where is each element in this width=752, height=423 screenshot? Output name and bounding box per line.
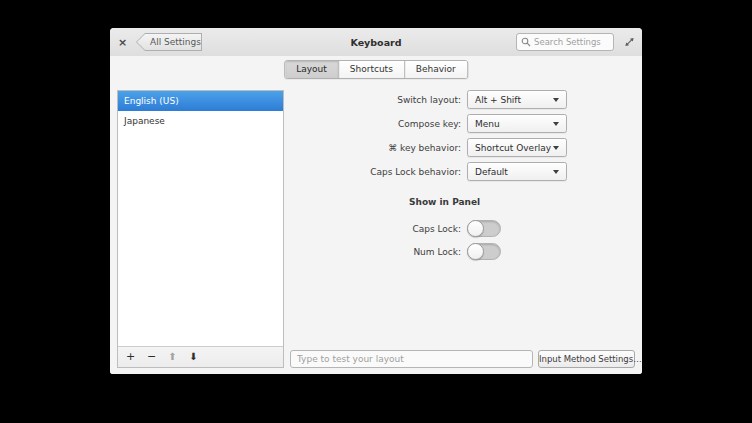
switch-layout-label: Switch layout:: [293, 95, 461, 105]
headerbar: × All Settings Keyboard: [110, 28, 642, 57]
list-item-japanese[interactable]: Japanese: [118, 111, 283, 131]
list-toolbar: + − ⬆ ⬇: [118, 346, 283, 367]
move-down-button[interactable]: ⬇: [183, 348, 204, 366]
chevron-down-icon: [553, 98, 559, 102]
input-method-settings-button[interactable]: Input Method Settings…: [538, 350, 635, 368]
switch-layout-value: Alt + Shift: [475, 95, 521, 105]
toggle-knob: [467, 220, 484, 237]
num-lock-toggle[interactable]: [467, 243, 501, 260]
close-icon[interactable]: ×: [118, 37, 127, 48]
test-layout-input-container[interactable]: [290, 350, 533, 368]
chevron-down-icon: [553, 170, 559, 174]
caps-lock-toggle-row: Caps Lock:: [293, 219, 633, 238]
cmd-key-behavior-value: Shortcut Overlay: [475, 143, 551, 153]
search-input-container[interactable]: [516, 33, 614, 51]
tab-layout[interactable]: Layout: [285, 61, 338, 78]
setting-row-cmd-key-behavior: ⌘ key behavior: Shortcut Overlay: [293, 138, 633, 157]
cmd-key-behavior-label: ⌘ key behavior:: [293, 143, 461, 153]
tab-shortcuts[interactable]: Shortcuts: [338, 61, 404, 78]
page-title: Keyboard: [350, 37, 401, 48]
caps-lock-toggle[interactable]: [467, 220, 501, 237]
cmd-key-behavior-dropdown[interactable]: Shortcut Overlay: [467, 138, 567, 157]
chevron-down-icon: [553, 122, 559, 126]
layout-list-items: English (US) Japanese: [118, 91, 283, 346]
maximize-icon[interactable]: [624, 37, 635, 48]
list-item-english-us[interactable]: English (US): [118, 91, 283, 111]
setting-row-compose-key: Compose key: Menu: [293, 114, 633, 133]
show-in-panel-heading: Show in Panel: [409, 197, 480, 207]
remove-layout-button[interactable]: −: [141, 348, 162, 366]
move-up-button: ⬆: [162, 348, 183, 366]
chevron-down-icon: [553, 146, 559, 150]
num-lock-toggle-label: Num Lock:: [293, 247, 461, 257]
caps-lock-toggle-label: Caps Lock:: [293, 224, 461, 234]
content-area: Layout Shortcuts Behavior English (US) J…: [110, 56, 642, 374]
caps-lock-behavior-dropdown[interactable]: Default: [467, 162, 567, 181]
all-settings-back-button[interactable]: All Settings: [136, 33, 202, 51]
switch-layout-dropdown[interactable]: Alt + Shift: [467, 90, 567, 109]
setting-row-caps-lock-behavior: Caps Lock behavior: Default: [293, 162, 633, 181]
add-layout-button[interactable]: +: [120, 348, 141, 366]
tab-behavior[interactable]: Behavior: [404, 61, 467, 78]
setting-row-switch-layout: Switch layout: Alt + Shift: [293, 90, 633, 109]
search-icon: [521, 37, 531, 47]
test-layout-input[interactable]: [297, 354, 526, 364]
caps-lock-behavior-label: Caps Lock behavior:: [293, 167, 461, 177]
compose-key-dropdown[interactable]: Menu: [467, 114, 567, 133]
toggle-knob: [467, 243, 484, 260]
caps-lock-behavior-value: Default: [475, 167, 508, 177]
keyboard-settings-window: × All Settings Keyboard: [110, 28, 642, 374]
num-lock-toggle-row: Num Lock:: [293, 242, 633, 261]
back-button-label: All Settings: [150, 37, 201, 47]
search-input[interactable]: [534, 37, 608, 47]
mode-switcher: Layout Shortcuts Behavior: [284, 60, 468, 79]
compose-key-label: Compose key:: [293, 119, 461, 129]
keyboard-layouts-list: English (US) Japanese + − ⬆ ⬇: [117, 90, 284, 368]
compose-key-value: Menu: [475, 119, 500, 129]
